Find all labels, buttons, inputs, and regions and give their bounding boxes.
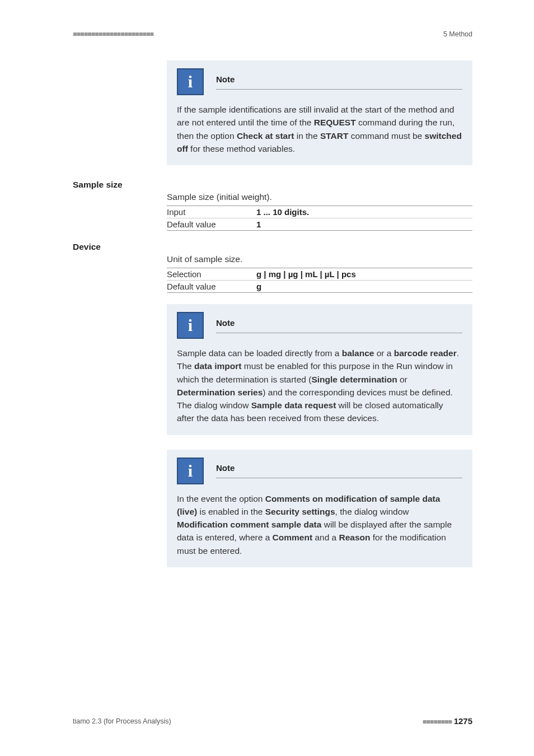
note-body: If the sample identifications are still … <box>177 103 462 155</box>
header-chapter: 5 Method <box>443 30 472 38</box>
section-label-device: Device <box>73 242 472 252</box>
sample-size-table: Input 1 ... 10 digits. Default value 1 <box>167 206 472 231</box>
note-body: Sample data can be loaded directly from … <box>177 347 462 425</box>
device-desc: Unit of sample size. <box>167 254 472 264</box>
table-row: Default value 1 <box>167 218 472 230</box>
page-header: ■■■■■■■■■■■■■■■■■■■■■■ 5 Method <box>73 30 472 38</box>
param-value: 1 <box>256 220 261 229</box>
page-footer: tiamo 2.3 (for Process Analysis) ■■■■■■■… <box>73 716 472 726</box>
device-table: Selection g | mg | µg | mL | µL | pcs De… <box>167 268 472 293</box>
table-row: Default value g <box>167 280 472 292</box>
param-key: Default value <box>167 220 256 229</box>
param-key: Default value <box>167 282 256 291</box>
param-key: Input <box>167 207 256 217</box>
param-value: g | mg | µg | mL | µL | pcs <box>256 269 356 279</box>
info-icon: i <box>177 312 204 339</box>
note-title: Note <box>216 318 235 328</box>
note-body: In the event the option Comments on modi… <box>177 492 462 557</box>
table-row: Input 1 ... 10 digits. <box>167 206 472 218</box>
note-box: i Note In the event the option Comments … <box>167 450 472 567</box>
note-title: Note <box>216 74 235 84</box>
header-marks: ■■■■■■■■■■■■■■■■■■■■■■ <box>73 30 153 38</box>
param-value: 1 ... 10 digits. <box>256 207 309 217</box>
page-number: 1275 <box>454 716 472 726</box>
table-row: Selection g | mg | µg | mL | µL | pcs <box>167 268 472 280</box>
sample-size-desc: Sample size (initial weight). <box>167 192 472 202</box>
footer-product: tiamo 2.3 (for Process Analysis) <box>73 717 171 725</box>
note-box: i Note If the sample identifications are… <box>167 60 472 165</box>
info-icon: i <box>177 458 204 484</box>
note-box: i Note Sample data can be loaded directl… <box>167 304 472 435</box>
note-title: Note <box>216 463 235 473</box>
param-key: Selection <box>167 269 256 279</box>
section-label-sample-size: Sample size <box>73 180 472 190</box>
info-icon: i <box>177 68 204 95</box>
footer-marks: ■■■■■■■■ <box>423 718 452 726</box>
param-value: g <box>256 282 261 291</box>
